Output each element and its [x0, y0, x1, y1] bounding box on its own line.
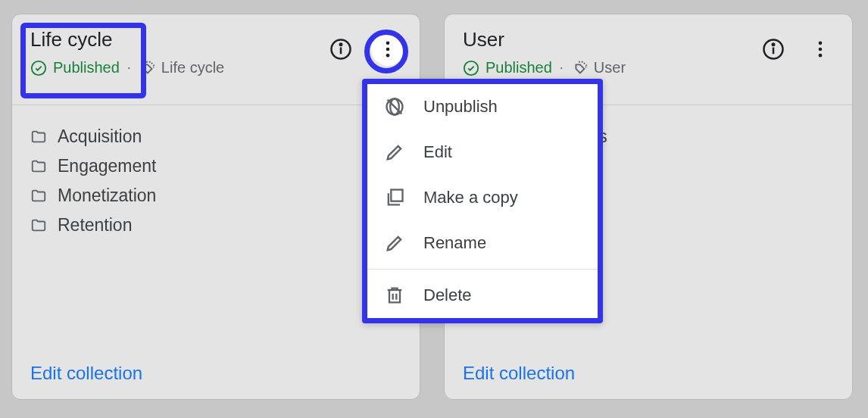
more-button[interactable]: [371, 33, 404, 66]
more-vert-icon: [810, 39, 831, 60]
folder-row-retention[interactable]: Retention: [30, 211, 401, 240]
menu-label: Make a copy: [423, 188, 518, 207]
header-actions: [757, 33, 837, 66]
folder-icon: [30, 188, 47, 204]
menu-divider: [367, 269, 598, 270]
more-button[interactable]: [804, 33, 837, 66]
menu-label: Unpublish: [423, 97, 498, 117]
check-circle-icon: [30, 60, 47, 76]
menu-item-rename[interactable]: Rename: [367, 220, 598, 266]
status-text: Published: [486, 59, 552, 76]
card-body: Acquisition Engagement Monetization Rete…: [12, 105, 420, 257]
folder-label: Monetization: [58, 186, 156, 206]
more-vert-icon: [377, 39, 398, 60]
tag-chip: Life cycle: [139, 59, 224, 76]
folder-label: Engagement: [58, 156, 156, 176]
separator-dot: ·: [560, 60, 564, 76]
check-circle-icon: [463, 60, 479, 76]
edit-collection-link[interactable]: Edit collection: [463, 363, 575, 383]
folder-row-engagement[interactable]: Engagement: [30, 151, 401, 181]
svg-point-10: [773, 44, 775, 46]
menu-item-delete[interactable]: Delete: [367, 273, 598, 318]
svg-rect-17: [391, 190, 402, 201]
card-header: Life cycle Published · Life cycle: [12, 14, 420, 105]
svg-point-7: [464, 61, 478, 74]
menu-label: Delete: [423, 285, 472, 305]
tag-text: User: [594, 59, 626, 76]
context-menu: Unpublish Edit Make a copy Rename Delete: [362, 79, 603, 323]
svg-point-6: [386, 54, 390, 58]
folder-label: Acquisition: [58, 126, 142, 147]
menu-item-edit[interactable]: Edit: [367, 129, 598, 175]
folder-icon: [30, 129, 47, 145]
header-actions: [324, 33, 404, 66]
tag-icon: [571, 60, 588, 76]
info-button[interactable]: [324, 33, 358, 66]
svg-point-4: [386, 42, 390, 45]
menu-label: Edit: [423, 142, 452, 162]
trash-icon: [384, 285, 405, 306]
pencil-icon: [384, 142, 405, 163]
info-icon: [762, 38, 785, 61]
info-icon: [329, 38, 352, 61]
folder-row-acquisition[interactable]: Acquisition: [30, 122, 401, 151]
menu-item-copy[interactable]: Make a copy: [367, 175, 598, 220]
status-published: Published: [463, 59, 552, 76]
status-published: Published: [30, 59, 120, 76]
svg-point-0: [32, 61, 45, 74]
unpublish-icon: [384, 96, 405, 117]
tag-text: Life cycle: [161, 59, 224, 76]
folder-row-monetization[interactable]: Monetization: [30, 181, 401, 211]
svg-point-12: [819, 48, 823, 51]
folder-label: Retention: [58, 215, 132, 236]
svg-point-13: [819, 54, 823, 58]
edit-collection-link[interactable]: Edit collection: [30, 363, 142, 383]
info-button[interactable]: [757, 33, 790, 66]
pencil-icon: [384, 232, 405, 254]
tag-chip: User: [571, 59, 626, 76]
status-text: Published: [53, 59, 120, 76]
svg-point-5: [386, 48, 390, 51]
menu-item-unpublish[interactable]: Unpublish: [367, 84, 598, 129]
tag-icon: [139, 60, 155, 76]
folder-icon: [30, 158, 47, 175]
menu-label: Rename: [423, 233, 486, 253]
separator-dot: ·: [127, 60, 131, 76]
svg-point-11: [819, 42, 823, 45]
svg-point-3: [340, 44, 342, 46]
copy-icon: [384, 187, 405, 208]
collection-card-life-cycle: Life cycle Published · Life cycle Acquis…: [11, 14, 420, 400]
card-footer: Edit collection: [30, 363, 142, 384]
folder-icon: [30, 217, 47, 234]
card-footer: Edit collection: [463, 363, 575, 384]
